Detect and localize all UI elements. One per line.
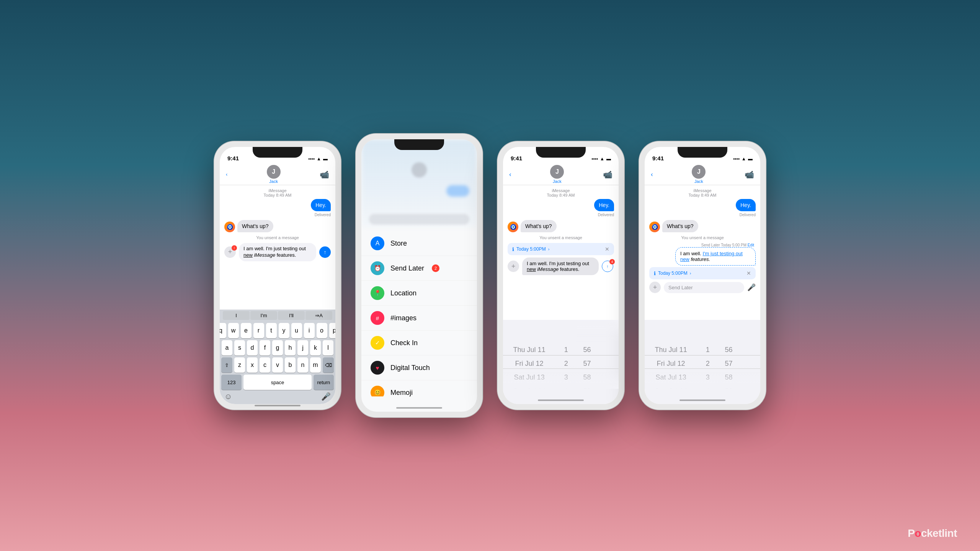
key-l[interactable]: l bbox=[323, 340, 333, 355]
video-call-button-3[interactable]: 📹 bbox=[603, 170, 612, 179]
key-backspace[interactable]: ⌫ bbox=[323, 357, 334, 373]
pm-56: 56 bbox=[583, 343, 591, 357]
attachment-button-1[interactable]: + ! bbox=[224, 246, 236, 258]
key-q[interactable]: q bbox=[220, 323, 226, 338]
schedule-bar-4: ℹ Today 5:00PM › ✕ bbox=[649, 267, 756, 279]
picker-ampm-col-3[interactable]: PM AM bbox=[598, 320, 619, 389]
suggestion-im[interactable]: I'm bbox=[250, 311, 277, 320]
key-u[interactable]: u bbox=[291, 323, 302, 338]
key-p[interactable]: p bbox=[329, 323, 336, 338]
picker-ampm-col-4[interactable]: PM AM bbox=[739, 320, 760, 389]
scheduled-italic-4: features. bbox=[689, 256, 710, 262]
close-schedule-3[interactable]: ✕ bbox=[605, 246, 609, 252]
key-o[interactable]: o bbox=[317, 323, 327, 338]
menu-item-images[interactable]: # #images bbox=[361, 306, 477, 331]
video-call-button-1[interactable]: 📹 bbox=[320, 170, 329, 179]
key-s[interactable]: s bbox=[234, 340, 245, 355]
notch-2 bbox=[394, 139, 444, 150]
unsent-label-1: You unsent a message bbox=[224, 235, 331, 240]
menu-item-digital-touch[interactable]: ♥ Digital Touch bbox=[361, 355, 477, 380]
status-time-3: 9:41 bbox=[511, 155, 522, 161]
picker-min-col-4[interactable]: 56 57 58 59 00 01 02 03 04 bbox=[718, 320, 739, 389]
date-picker-4[interactable]: Thu Jul 11 Fri Jul 12 Sat Jul 13 Sun Jul… bbox=[645, 320, 760, 404]
picker-min-col-3[interactable]: 56 57 58 59 00 01 02 03 04 bbox=[577, 320, 598, 389]
key-i[interactable]: i bbox=[304, 323, 315, 338]
key-return[interactable]: return bbox=[314, 375, 334, 390]
picker-hour-col-3[interactable]: 1 2 3 4 5 6 7 8 9 bbox=[555, 320, 577, 389]
picker-day-col-4[interactable]: Thu Jul 11 Fri Jul 12 Sat Jul 13 Sun Jul… bbox=[645, 320, 697, 389]
send-count-btn-3[interactable]: ↑ 4 bbox=[602, 261, 613, 272]
imessage-label-3: iMessage Today 8:49 AM bbox=[508, 188, 614, 197]
chat-area-4: iMessage Today 8:49 AM Hey. Delivered 🧿 … bbox=[645, 185, 760, 320]
back-button-1[interactable]: ‹ bbox=[226, 171, 227, 177]
pm4-58: 58 bbox=[725, 370, 733, 384]
date-picker-3[interactable]: Thu Jul 11 Fri Jul 12 Sat Jul 13 Sun Jul… bbox=[503, 320, 619, 404]
typing-bubble-3[interactable]: I am well. I'm just testing out new iMes… bbox=[522, 258, 599, 275]
menu-item-location[interactable]: 📍 Location bbox=[361, 281, 477, 306]
chat-area-3: iMessage Today 8:49 AM Hey. Delivered 🧿 … bbox=[503, 185, 619, 320]
key-g[interactable]: g bbox=[272, 340, 283, 355]
key-w[interactable]: w bbox=[228, 323, 239, 338]
pp-1 bbox=[603, 343, 614, 357]
mic-btn-4[interactable]: 🎤 bbox=[747, 283, 756, 292]
attachment-btn-3[interactable]: + bbox=[508, 261, 519, 272]
contact-info-1[interactable]: J Jack bbox=[267, 165, 281, 184]
outgoing-bubble-1: Hey. bbox=[311, 199, 331, 211]
delivered-status-1: Delivered bbox=[224, 213, 331, 217]
mic-icon-1[interactable]: 🎤 bbox=[321, 392, 331, 401]
memoji-label: Memoji bbox=[390, 389, 413, 397]
suggestion-i[interactable]: I bbox=[223, 311, 250, 320]
picker-hour-col-4[interactable]: 1 2 3 4 5 6 7 8 9 bbox=[697, 320, 718, 389]
key-j[interactable]: j bbox=[297, 340, 308, 355]
send-button-1[interactable]: ↑ bbox=[319, 246, 331, 258]
digital-touch-label: Digital Touch bbox=[390, 364, 430, 372]
suggestion-ill[interactable]: I'll bbox=[278, 311, 305, 320]
ph-4: 4 bbox=[564, 384, 568, 389]
contact-info-3[interactable]: J Jack bbox=[550, 165, 564, 184]
key-c[interactable]: c bbox=[260, 357, 270, 373]
key-r[interactable]: r bbox=[253, 323, 264, 338]
key-123[interactable]: 123 bbox=[221, 375, 242, 390]
menu-item-store[interactable]: A Store bbox=[361, 231, 477, 256]
key-d[interactable]: d bbox=[247, 340, 258, 355]
contact-info-4[interactable]: J Jack bbox=[692, 165, 706, 184]
key-y[interactable]: y bbox=[279, 323, 289, 338]
close-schedule-4[interactable]: ✕ bbox=[746, 270, 751, 276]
key-k[interactable]: k bbox=[310, 340, 321, 355]
key-e[interactable]: e bbox=[241, 323, 252, 338]
key-shift[interactable]: ⇧ bbox=[221, 357, 232, 373]
key-f[interactable]: f bbox=[260, 340, 270, 355]
message-input-1[interactable]: I am well. I'm just testing out new iMes… bbox=[239, 243, 316, 261]
key-m[interactable]: m bbox=[310, 357, 321, 373]
unsent-3: You unsent a message bbox=[508, 235, 614, 240]
send-later-icon: ⏰ bbox=[371, 261, 384, 275]
edit-link-4[interactable]: Edit bbox=[748, 243, 754, 247]
back-button-4[interactable]: ‹ bbox=[651, 171, 653, 178]
pd4-thu: Thu Jul 11 bbox=[654, 343, 688, 357]
notch-3 bbox=[536, 147, 586, 158]
emoji-icon-1[interactable]: ☺ bbox=[224, 392, 232, 401]
phone-1: 9:41 ▪▪▪▪ ▲ ▬ ‹ J Jack 📹 bbox=[214, 142, 341, 409]
back-button-3[interactable]: ‹ bbox=[509, 171, 511, 178]
key-x[interactable]: x bbox=[247, 357, 258, 373]
attachment-btn-4[interactable]: + bbox=[649, 282, 661, 293]
suggestion-arrow[interactable]: ⇒A bbox=[305, 311, 332, 320]
key-a[interactable]: a bbox=[222, 340, 232, 355]
draft-underline-1: new bbox=[243, 252, 253, 258]
key-b[interactable]: b bbox=[285, 357, 296, 373]
picker-day-col-3[interactable]: Thu Jul 11 Fri Jul 12 Sat Jul 13 Sun Jul… bbox=[503, 320, 555, 389]
key-v[interactable]: v bbox=[272, 357, 283, 373]
key-space[interactable]: space bbox=[243, 375, 312, 390]
key-z[interactable]: z bbox=[234, 357, 245, 373]
send-later-input-4[interactable]: Send Later bbox=[664, 282, 744, 293]
key-t[interactable]: t bbox=[266, 323, 277, 338]
outgoing-bubble-3: Hey. bbox=[594, 199, 614, 211]
video-call-button-4[interactable]: 📹 bbox=[745, 170, 754, 179]
key-n[interactable]: n bbox=[297, 357, 308, 373]
menu-item-send-later[interactable]: ⏰ Send Later 2 bbox=[361, 256, 477, 281]
ph4-2: 2 bbox=[706, 357, 710, 370]
menu-item-memoji[interactable]: 😊 Memoji bbox=[361, 380, 477, 396]
key-h[interactable]: h bbox=[285, 340, 296, 355]
wifi-icon-3: ▲ bbox=[600, 156, 604, 161]
menu-item-checkin[interactable]: ✓ Check In bbox=[361, 331, 477, 355]
